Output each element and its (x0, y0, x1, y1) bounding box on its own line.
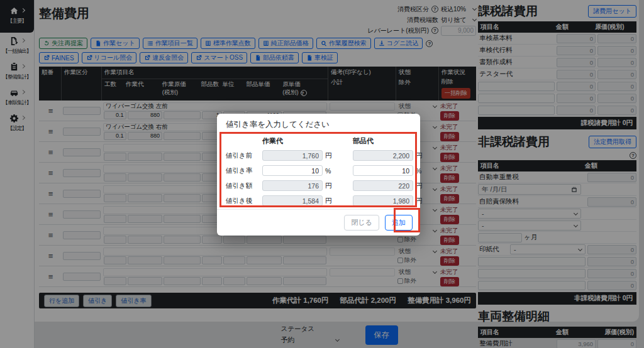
modal-labor-column: 作業代 (262, 136, 323, 146)
modal-title: 値引き率を入力してください (217, 114, 420, 134)
modal-parts-column: 部品代 (353, 136, 413, 146)
labor-rate-percent-input[interactable] (262, 165, 323, 176)
labor-after-input (262, 195, 323, 206)
labor-before-input (262, 150, 323, 161)
discount-amount-label: 値引き額 (226, 182, 262, 190)
modal-add-button[interactable]: 追加 (385, 215, 413, 231)
parts-before-input (353, 150, 413, 161)
parts-discount-amount-input (353, 180, 413, 191)
parts-after-input (353, 195, 413, 206)
parts-rate-percent-input[interactable] (353, 165, 413, 176)
modal-close-button[interactable]: 閉じる (344, 215, 379, 231)
labor-discount-amount-input (262, 180, 323, 191)
discount-rate-modal: 値引き率を入力してください 作業代部品代 値引き前 円 円 値引き率 % % 値… (217, 114, 420, 236)
discount-after-label: 値引き後 (226, 197, 262, 205)
discount-rate-label: 値引き率 (226, 166, 262, 175)
discount-before-label: 値引き前 (226, 151, 262, 160)
